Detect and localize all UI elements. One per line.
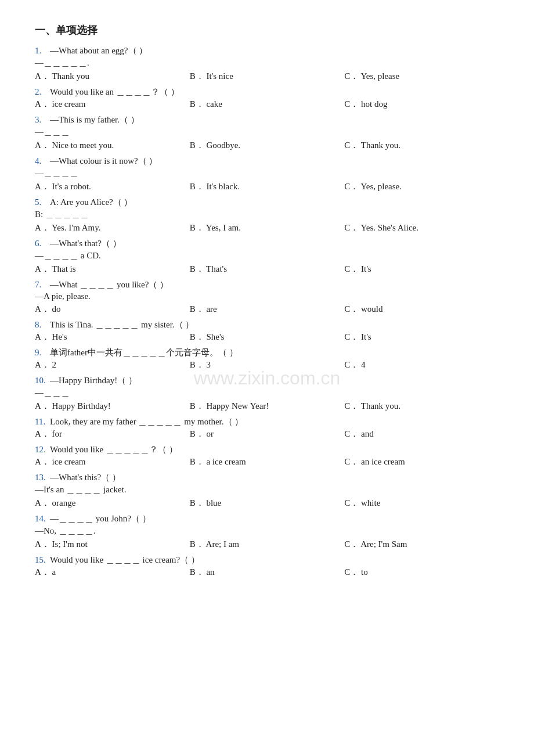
option-item: C． an ice cream: [344, 456, 499, 467]
question-line: 4.—What colour is it now?（ ）: [35, 156, 499, 167]
question-number: 11.: [35, 417, 48, 427]
option-item: C． 4: [344, 359, 499, 370]
answer-line: —It's an ＿＿＿＿ jacket.: [35, 484, 499, 495]
option-item: A． do: [35, 304, 190, 315]
question-line: 12.Would you like ＿＿＿＿＿？（ ）: [35, 444, 499, 455]
option-item: A． ice cream: [35, 99, 190, 110]
question-text: This is Tina. ＿＿＿＿＿ my sister.（ ）: [50, 319, 194, 330]
question-number: 12.: [35, 445, 48, 455]
option-item: B． Happy New Year!: [190, 401, 345, 412]
question-line: 8.This is Tina. ＿＿＿＿＿ my sister.（ ）: [35, 319, 499, 330]
options-row: A． forB． orC． and: [35, 429, 499, 440]
options-row: A． Happy Birthday!B． Happy New Year!C． T…: [35, 401, 499, 412]
question-line: 15.Would you like ＿＿＿＿ ice cream?（ ）: [35, 555, 499, 566]
question-line: 1.—What about an egg?（ ）: [35, 45, 499, 56]
option-item: C． hot dog: [344, 99, 499, 110]
question-block: 1.—What about an egg?（ ）—＿＿＿＿＿.A． Thank …: [35, 45, 499, 82]
answer-line: —＿＿＿＿＿.: [35, 57, 499, 69]
option-item: C． Yes, please: [344, 71, 499, 82]
question-block: 13.—What's this?（ ）—It's an ＿＿＿＿ jacket.…: [35, 472, 499, 509]
option-item: C． Thank you.: [344, 140, 499, 151]
question-line: 3.—This is my father.（ ）: [35, 114, 499, 125]
question-text: —Happy Birthday!（ ）: [50, 375, 137, 386]
option-item: C． white: [344, 498, 499, 509]
options-row: A． He'sB． She'sC． It's: [35, 332, 499, 343]
answer-line: —＿＿＿: [35, 127, 499, 138]
option-item: A． 2: [35, 359, 190, 370]
option-item: C． Thank you.: [344, 401, 499, 412]
options-row: A． It's a robot.B． It's black.C． Yes, pl…: [35, 181, 499, 192]
option-item: B． a ice cream: [190, 456, 345, 467]
option-item: C． would: [344, 304, 499, 315]
question-line: 7.—What ＿＿＿＿ you like?（ ）: [35, 279, 499, 290]
option-item: B． She's: [190, 332, 345, 343]
question-block: 6.—What's that?（ ）—＿＿＿＿ a CD.A． That isB…: [35, 238, 499, 275]
option-item: A． orange: [35, 498, 190, 509]
option-item: B． 3: [190, 359, 345, 370]
question-number: 8.: [35, 320, 48, 330]
question-number: 9.: [35, 348, 48, 358]
question-number: 2.: [35, 87, 48, 97]
option-item: A． Is; I'm not: [35, 539, 190, 550]
question-line: 9.单词father中一共有＿＿＿＿＿个元音字母。（ ）: [35, 347, 499, 358]
option-item: A． He's: [35, 332, 190, 343]
question-text: —What about an egg?（ ）: [50, 45, 147, 56]
question-number: 15.: [35, 555, 48, 565]
option-item: B． That's: [190, 264, 345, 275]
options-row: A． ice creamB． a ice creamC． an ice crea…: [35, 456, 499, 467]
question-block: 5.A: Are you Alice?（ ）B: ＿＿＿＿＿A． Yes. I'…: [35, 197, 499, 233]
option-item: B． cake: [190, 99, 345, 110]
question-number: 10.: [35, 376, 48, 386]
question-text: Look, they are my father ＿＿＿＿＿ my mother…: [50, 416, 243, 427]
question-text: Would you like ＿＿＿＿ ice cream?（ ）: [50, 555, 200, 566]
option-item: B． blue: [190, 498, 345, 509]
option-item: B． Are; I am: [190, 539, 345, 550]
options-row: A． Thank youB． It's niceC． Yes, please: [35, 71, 499, 82]
option-item: A． ice cream: [35, 456, 190, 467]
question-line: 14.—＿＿＿＿ you John?（ ）: [35, 513, 499, 524]
option-item: B． It's black.: [190, 181, 345, 192]
option-item: A． Happy Birthday!: [35, 401, 190, 412]
question-number: 5.: [35, 197, 48, 207]
question-number: 4.: [35, 156, 48, 166]
question-block: 3.—This is my father.（ ）—＿＿＿A． Nice to m…: [35, 114, 499, 151]
options-row: A． doB． areC． would: [35, 304, 499, 315]
question-text: —This is my father.（ ）: [50, 114, 139, 125]
option-item: C． to: [344, 567, 499, 578]
question-block: 15.Would you like ＿＿＿＿ ice cream?（ ）A． a…: [35, 555, 499, 578]
answer-line: —＿＿＿＿: [35, 168, 499, 179]
answer-line: —No, ＿＿＿＿.: [35, 525, 499, 537]
question-number: 7.: [35, 280, 48, 290]
question-text: —＿＿＿＿ you John?（ ）: [50, 513, 151, 524]
question-block: 7.—What ＿＿＿＿ you like?（ ）—A pie, please.…: [35, 279, 499, 315]
option-item: A． for: [35, 429, 190, 440]
options-row: A． orangeB． blueC． white: [35, 498, 499, 509]
options-row: A． Yes. I'm Amy.B． Yes, I am.C． Yes. She…: [35, 222, 499, 233]
question-line: 5.A: Are you Alice?（ ）: [35, 197, 499, 208]
options-row: A． aB． anC． to: [35, 567, 499, 578]
option-item: B． an: [190, 567, 345, 578]
option-item: A． Thank you: [35, 71, 190, 82]
question-line: 11.Look, they are my father ＿＿＿＿＿ my mot…: [35, 416, 499, 427]
option-item: A． Yes. I'm Amy.: [35, 222, 190, 233]
option-item: C． Yes, please.: [344, 181, 499, 192]
question-number: 13.: [35, 473, 48, 483]
question-block: 14.—＿＿＿＿ you John?（ ）—No, ＿＿＿＿.A． Is; I'…: [35, 513, 499, 550]
answer-line: —＿＿＿: [35, 387, 499, 398]
question-line: 2.Would you like an ＿＿＿＿？（ ）: [35, 87, 499, 98]
options-row: A． Is; I'm notB． Are; I amC． Are; I'm Sa…: [35, 539, 499, 550]
options-row: A． That isB． That'sC． It's: [35, 264, 499, 275]
question-text: 单词father中一共有＿＿＿＿＿个元音字母。（ ）: [50, 347, 238, 358]
answer-line: —A pie, please.: [35, 291, 499, 301]
question-line: 13.—What's this?（ ）: [35, 472, 499, 483]
option-item: B． It's nice: [190, 71, 345, 82]
option-item: A． That is: [35, 264, 190, 275]
questions-container: 1.—What about an egg?（ ）—＿＿＿＿＿.A． Thank …: [35, 45, 499, 578]
question-number: 6.: [35, 239, 48, 249]
option-item: C． Are; I'm Sam: [344, 539, 499, 550]
question-block: 10.—Happy Birthday!（ ）—＿＿＿A． Happy Birth…: [35, 375, 499, 412]
option-item: C． It's: [344, 332, 499, 343]
question-number: 14.: [35, 514, 48, 524]
option-item: C． It's: [344, 264, 499, 275]
answer-line: —＿＿＿＿ a CD.: [35, 250, 499, 261]
